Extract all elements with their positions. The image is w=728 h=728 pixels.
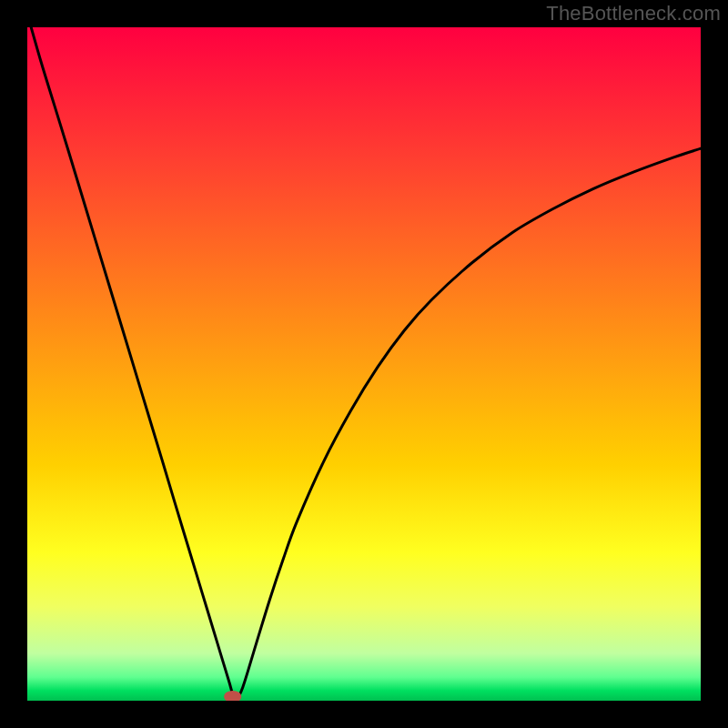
chart-svg bbox=[27, 27, 701, 701]
gradient-rect bbox=[27, 27, 701, 701]
chart-frame: TheBottleneck.com bbox=[0, 0, 728, 728]
watermark-text: TheBottleneck.com bbox=[546, 2, 721, 25]
plot-area bbox=[27, 27, 701, 701]
